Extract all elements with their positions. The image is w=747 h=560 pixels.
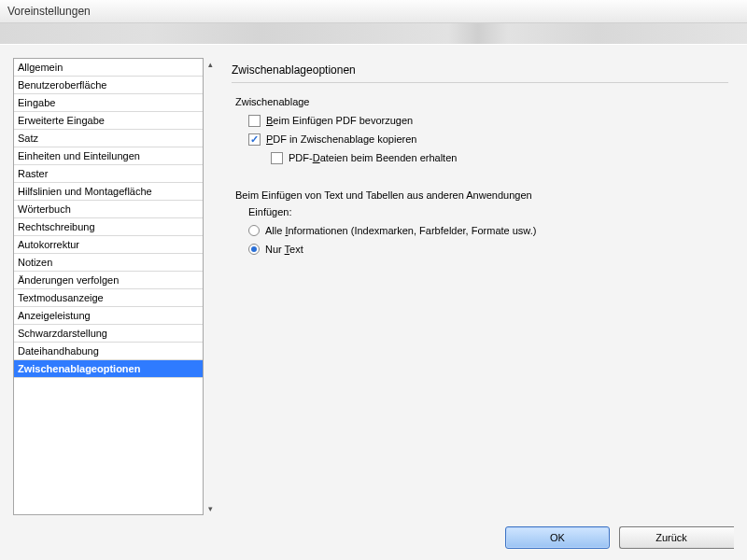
spinner-down-icon[interactable]: ▾ [205, 504, 215, 513]
option-prefer-pdf[interactable]: Beim Einfügen PDF bevorzugen [248, 113, 728, 128]
background-blur [0, 23, 747, 44]
client-area: AllgemeinBenutzeroberflächeEingabeErweit… [0, 44, 747, 560]
option-keep-pdf[interactable]: PDF-Dateien beim Beenden erhalten [271, 150, 728, 165]
sidebar-item[interactable]: Benutzeroberfläche [14, 77, 203, 94]
panel-title: Zwischenablageoptionen [232, 62, 728, 83]
sidebar-item[interactable]: Rechtschreibung [14, 218, 203, 236]
option-keep-pdf-label: PDF-Dateien beim Beenden erhalten [289, 150, 457, 165]
spinner-up-icon[interactable]: ▴ [205, 60, 215, 69]
option-paste-text[interactable]: Nur Text [248, 242, 728, 257]
sidebar-spinner: ▴ ▾ [204, 58, 217, 515]
category-list: AllgemeinBenutzeroberflächeEingabeErweit… [14, 59, 203, 378]
radio-paste-text[interactable] [248, 244, 260, 255]
ok-button[interactable]: OK [505, 526, 610, 549]
sidebar-item[interactable]: Anzeigeleistung [14, 307, 203, 325]
sidebar-item[interactable]: Einheiten und Einteilungen [14, 147, 203, 165]
sidebar-item[interactable]: Allgemein [14, 59, 203, 77]
option-prefer-pdf-label: Beim Einfügen PDF bevorzugen [266, 113, 413, 128]
content-area: AllgemeinBenutzeroberflächeEingabeErweit… [13, 58, 734, 515]
option-paste-text-label: Nur Text [265, 242, 303, 257]
sidebar-item[interactable]: Schwarzdarstellung [14, 325, 203, 343]
checkbox-keep-pdf[interactable] [271, 152, 283, 164]
group-paste-label: Beim Einfügen von Text und Tabellen aus … [235, 189, 728, 201]
sidebar-item[interactable]: Notizen [14, 254, 203, 272]
sidebar-item[interactable]: Raster [14, 165, 203, 183]
checkbox-copy-pdf[interactable] [248, 133, 261, 146]
sidebar-wrap: AllgemeinBenutzeroberflächeEingabeErweit… [13, 58, 217, 515]
sidebar-item[interactable]: Zwischenablageoptionen [14, 360, 203, 378]
button-bar: OK Zurück [505, 526, 734, 549]
window-title: Voreinstellungen [7, 5, 91, 18]
group-paste-sublabel: Einfügen: [248, 206, 728, 217]
sidebar-item[interactable]: Änderungen verfolgen [14, 272, 203, 289]
option-paste-all[interactable]: Alle Informationen (Indexmarken, Farbfel… [248, 223, 728, 238]
category-sidebar: AllgemeinBenutzeroberflächeEingabeErweit… [13, 58, 204, 515]
option-copy-pdf-label: PDF in Zwischenablage kopieren [266, 132, 416, 147]
titlebar[interactable]: Voreinstellungen [0, 0, 747, 23]
sidebar-item[interactable]: Satz [14, 130, 203, 147]
sidebar-item[interactable]: Wörterbuch [14, 201, 203, 218]
preferences-window: Voreinstellungen AllgemeinBenutzeroberfl… [0, 0, 747, 560]
sidebar-item[interactable]: Erweiterte Eingabe [14, 112, 203, 130]
sidebar-item[interactable]: Dateihandhabung [14, 343, 203, 360]
radio-paste-all[interactable] [248, 225, 260, 236]
sidebar-item[interactable]: Autokorrektur [14, 236, 203, 254]
sidebar-item[interactable]: Hilfslinien und Montagefläche [14, 183, 203, 201]
option-copy-pdf[interactable]: PDF in Zwischenablage kopieren [248, 132, 728, 147]
checkbox-prefer-pdf[interactable] [248, 115, 261, 127]
sidebar-item[interactable]: Textmodusanzeige [14, 289, 203, 307]
main-panel: Zwischenablageoptionen Zwischenablage Be… [226, 58, 734, 515]
group-clipboard-label: Zwischenablage [235, 96, 728, 107]
option-paste-all-label: Alle Informationen (Indexmarken, Farbfel… [265, 223, 536, 238]
sidebar-item[interactable]: Eingabe [14, 94, 203, 112]
reset-button[interactable]: Zurück [619, 526, 734, 549]
